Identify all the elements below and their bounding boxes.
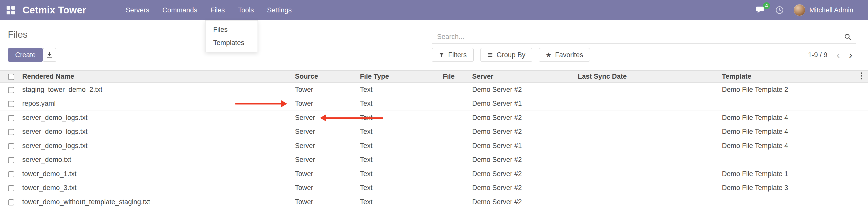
export-button[interactable] bbox=[43, 48, 56, 62]
table-row[interactable]: server_demo_logs.txtServerTextDemo Serve… bbox=[0, 125, 868, 139]
cell-rendered-name[interactable]: server_demo.txt bbox=[22, 153, 295, 167]
nav-menu-commands[interactable]: Commands bbox=[161, 0, 199, 20]
cell-rendered-name[interactable]: tower_demo_1.txt bbox=[22, 167, 295, 181]
row-checkbox[interactable] bbox=[8, 101, 14, 107]
cell-template[interactable] bbox=[722, 97, 868, 111]
cell-file[interactable] bbox=[443, 167, 472, 181]
cell-server[interactable]: Demo Server #2 bbox=[472, 181, 578, 195]
cell-server[interactable]: Demo Server #2 bbox=[472, 111, 578, 125]
cell-server[interactable]: Demo Server #2 bbox=[472, 125, 578, 139]
cell-rendered-name[interactable]: tower_demo_without_template_staging.txt bbox=[22, 195, 295, 209]
favorites-button[interactable]: ★ Favorites bbox=[539, 48, 590, 62]
row-select-cell[interactable] bbox=[0, 111, 22, 125]
row-select-cell[interactable] bbox=[0, 195, 22, 209]
cell-rendered-name[interactable]: staging_tower_demo_2.txt bbox=[22, 83, 295, 97]
table-row[interactable]: tower_demo_1.txtTowerTextDemo Server #2D… bbox=[0, 167, 868, 181]
column-header-file-type[interactable]: File Type bbox=[360, 70, 443, 83]
cell-last-sync-date[interactable] bbox=[578, 153, 722, 167]
row-checkbox[interactable] bbox=[8, 143, 14, 149]
row-select-cell[interactable] bbox=[0, 125, 22, 139]
cell-server[interactable]: Demo Server #2 bbox=[472, 83, 578, 97]
cell-template[interactable] bbox=[722, 195, 868, 209]
apps-grid-icon[interactable] bbox=[7, 6, 15, 14]
cell-source[interactable]: Server bbox=[295, 125, 360, 139]
cell-source[interactable]: Tower bbox=[295, 167, 360, 181]
cell-file[interactable] bbox=[443, 181, 472, 195]
pager-next-button[interactable]: › bbox=[849, 50, 852, 60]
table-row[interactable]: tower_demo_without_template_staging.txtT… bbox=[0, 195, 868, 209]
nav-menu-servers[interactable]: Servers bbox=[124, 0, 151, 20]
dropdown-item-templates[interactable]: Templates bbox=[206, 36, 257, 49]
optional-columns-toggle-icon[interactable]: ⋮ bbox=[857, 71, 865, 80]
row-checkbox[interactable] bbox=[8, 115, 14, 121]
table-row[interactable]: repos.yamlTowerTextDemo Server #1 bbox=[0, 97, 868, 111]
cell-last-sync-date[interactable] bbox=[578, 125, 722, 139]
table-row[interactable]: staging_tower_demo_2.txtTowerTextDemo Se… bbox=[0, 83, 868, 97]
app-brand[interactable]: Cetmix Tower bbox=[23, 5, 86, 16]
column-header-rendered-name[interactable]: Rendered Name bbox=[22, 70, 295, 83]
row-select-cell[interactable] bbox=[0, 139, 22, 153]
row-select-cell[interactable] bbox=[0, 97, 22, 111]
cell-template[interactable]: Demo File Template 3 bbox=[722, 181, 868, 195]
messages-button[interactable]: 4 bbox=[756, 6, 765, 14]
row-select-cell[interactable] bbox=[0, 181, 22, 195]
nav-menu-tools[interactable]: Tools bbox=[236, 0, 255, 20]
row-checkbox[interactable] bbox=[8, 199, 14, 205]
create-button[interactable]: Create bbox=[8, 48, 43, 62]
cell-last-sync-date[interactable] bbox=[578, 111, 722, 125]
dropdown-item-files[interactable]: Files bbox=[206, 23, 257, 36]
table-row[interactable]: server_demo_logs.txtServerTextDemo Serve… bbox=[0, 139, 868, 153]
row-checkbox[interactable] bbox=[8, 171, 14, 177]
user-menu[interactable]: Mitchell Admin bbox=[794, 4, 853, 16]
table-row[interactable]: server_demo_logs.txtServerTextDemo Serve… bbox=[0, 111, 868, 125]
cell-file[interactable] bbox=[443, 125, 472, 139]
cell-rendered-name[interactable]: server_demo_logs.txt bbox=[22, 139, 295, 153]
cell-last-sync-date[interactable] bbox=[578, 181, 722, 195]
row-checkbox[interactable] bbox=[8, 87, 14, 93]
column-header-template[interactable]: Template bbox=[722, 70, 868, 83]
cell-source[interactable]: Tower bbox=[295, 97, 360, 111]
cell-rendered-name[interactable]: server_demo_logs.txt bbox=[22, 111, 295, 125]
row-checkbox[interactable] bbox=[8, 185, 14, 191]
nav-menu-settings[interactable]: Settings bbox=[266, 0, 293, 20]
column-header-source[interactable]: Source bbox=[295, 70, 360, 83]
cell-file[interactable] bbox=[443, 195, 472, 209]
cell-file-type[interactable]: Text bbox=[360, 83, 443, 97]
cell-file-type[interactable]: Text bbox=[360, 195, 443, 209]
cell-file-type[interactable]: Text bbox=[360, 139, 443, 153]
cell-template[interactable]: Demo File Template 4 bbox=[722, 111, 868, 125]
cell-last-sync-date[interactable] bbox=[578, 83, 722, 97]
cell-template[interactable]: Demo File Template 1 bbox=[722, 167, 868, 181]
cell-last-sync-date[interactable] bbox=[578, 139, 722, 153]
cell-template[interactable] bbox=[722, 153, 868, 167]
row-checkbox[interactable] bbox=[8, 129, 14, 135]
cell-last-sync-date[interactable] bbox=[578, 167, 722, 181]
cell-rendered-name[interactable]: tower_demo_3.txt bbox=[22, 181, 295, 195]
cell-template[interactable]: Demo File Template 4 bbox=[722, 139, 868, 153]
cell-file[interactable] bbox=[443, 97, 472, 111]
cell-source[interactable]: Server bbox=[295, 139, 360, 153]
cell-file-type[interactable]: Text bbox=[360, 97, 443, 111]
row-select-cell[interactable] bbox=[0, 167, 22, 181]
activity-button[interactable] bbox=[775, 6, 784, 15]
cell-template[interactable]: Demo File Template 2 bbox=[722, 83, 868, 97]
table-row[interactable]: tower_demo_3.txtTowerTextDemo Server #2D… bbox=[0, 181, 868, 195]
row-select-cell[interactable] bbox=[0, 153, 22, 167]
nav-menu-files[interactable]: Files Files Templates bbox=[209, 0, 226, 20]
column-header-file[interactable]: File bbox=[443, 70, 472, 83]
cell-file[interactable] bbox=[443, 83, 472, 97]
cell-file[interactable] bbox=[443, 139, 472, 153]
filters-button[interactable]: Filters bbox=[432, 48, 474, 62]
cell-last-sync-date[interactable] bbox=[578, 195, 722, 209]
row-select-cell[interactable] bbox=[0, 83, 22, 97]
cell-source[interactable]: Tower bbox=[295, 181, 360, 195]
select-all-checkbox[interactable] bbox=[8, 74, 14, 80]
cell-file-type[interactable]: Text bbox=[360, 111, 443, 125]
column-header-last-sync-date[interactable]: Last Sync Date bbox=[578, 70, 722, 83]
cell-source[interactable]: Tower bbox=[295, 195, 360, 209]
row-checkbox[interactable] bbox=[8, 157, 14, 163]
cell-template[interactable]: Demo File Template 4 bbox=[722, 125, 868, 139]
cell-rendered-name[interactable]: server_demo_logs.txt bbox=[22, 125, 295, 139]
select-all-header[interactable] bbox=[0, 70, 22, 83]
cell-file-type[interactable]: Text bbox=[360, 153, 443, 167]
